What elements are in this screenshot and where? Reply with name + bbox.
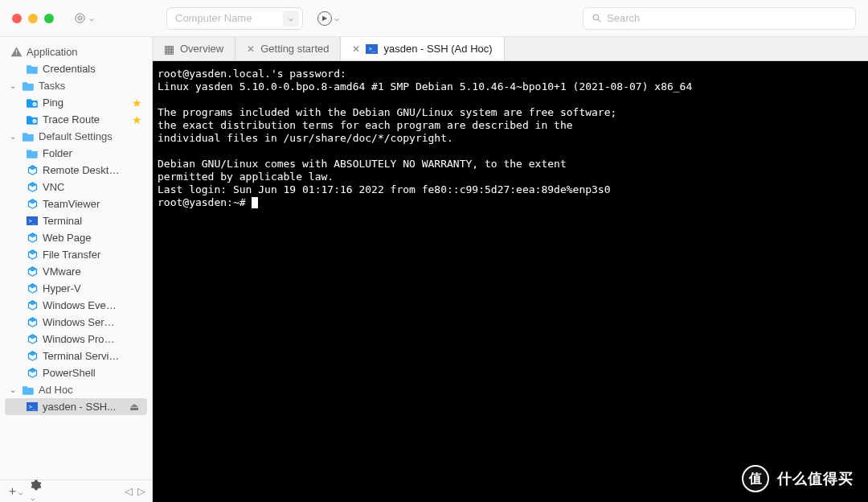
terminal-cursor xyxy=(252,197,258,208)
sidebar-tree: ApplicationCredentials⌄TasksPing★Trace R… xyxy=(0,37,152,479)
sidebar-item[interactable]: Windows Services xyxy=(0,314,152,331)
sidebar-item[interactable]: Web Page xyxy=(0,229,152,246)
sidebar-item-label: File Transfer xyxy=(43,249,100,261)
sidebar-item[interactable]: >_yasden - SSH...⏏ xyxy=(5,398,147,415)
chevron-down-icon: ⌵ xyxy=(89,14,94,23)
tab[interactable]: ▦Overview xyxy=(153,37,235,60)
add-button[interactable]: ＋⌵ xyxy=(6,483,23,499)
sidebar-item[interactable]: Ping★ xyxy=(0,94,152,111)
sidebar-item-label: Ping xyxy=(43,97,63,109)
content: ▦Overview✕Getting started✕>_yasden - SSH… xyxy=(153,37,868,502)
sidebar-group[interactable]: ⌄Default Settings xyxy=(0,128,152,145)
sidebar-group[interactable]: ⌄Tasks xyxy=(0,77,152,94)
computer-name-placeholder: Computer Name xyxy=(175,12,252,24)
sidebar-item-label: PowerShell xyxy=(43,367,96,379)
watermark-badge: 值 xyxy=(742,465,769,492)
close-tab-icon[interactable]: ✕ xyxy=(352,43,360,55)
minimize-window-button[interactable] xyxy=(28,14,38,23)
cube-icon xyxy=(26,265,39,278)
sidebar-item[interactable]: Credentials xyxy=(0,60,152,77)
tab[interactable]: ✕>_yasden - SSH (Ad Hoc) xyxy=(341,37,504,60)
cube-icon xyxy=(26,350,39,362)
tab-label: Overview xyxy=(180,43,223,55)
svg-point-2 xyxy=(80,18,81,19)
sidebar-item-label: TeamViewer xyxy=(43,198,100,210)
sidebar-item[interactable]: TeamViewer xyxy=(0,195,152,212)
term-icon: >_ xyxy=(26,402,39,411)
sidebar-item[interactable]: File Transfer xyxy=(0,246,152,263)
target-icon xyxy=(74,12,86,24)
tab-label: yasden - SSH (Ad Hoc) xyxy=(383,43,492,55)
folder-icon xyxy=(26,64,39,74)
sidebar-group[interactable]: Application xyxy=(0,43,152,60)
task-icon xyxy=(26,114,39,125)
sidebar-item-label: Trace Route xyxy=(43,113,100,126)
close-window-button[interactable] xyxy=(12,14,22,23)
sidebar-item[interactable]: PowerShell xyxy=(0,364,152,381)
grid-icon: ▦ xyxy=(164,43,174,56)
sidebar-item-label: Terminal xyxy=(43,215,82,227)
play-icon: ▶ xyxy=(317,11,332,26)
search-placeholder: Search xyxy=(607,12,640,24)
sidebar-item[interactable]: Windows Events... xyxy=(0,297,152,314)
cube-icon xyxy=(26,181,39,193)
cube-icon xyxy=(26,198,39,210)
tab[interactable]: ✕Getting started xyxy=(235,37,341,60)
star-icon: ★ xyxy=(132,113,142,126)
sidebar-item[interactable]: Hyper-V xyxy=(0,280,152,297)
sidebar: ApplicationCredentials⌄TasksPing★Trace R… xyxy=(0,37,153,502)
tab-bar: ▦Overview✕Getting started✕>_yasden - SSH… xyxy=(153,37,868,61)
main: ApplicationCredentials⌄TasksPing★Trace R… xyxy=(0,37,868,502)
cube-icon xyxy=(26,316,39,328)
computer-name-field[interactable]: Computer Name ⌵ xyxy=(166,7,303,30)
run-menu[interactable]: ▶ ⌵ xyxy=(317,11,339,26)
chevron-down-icon: ⌄ xyxy=(10,81,18,90)
sidebar-item[interactable]: Windows Proces... xyxy=(0,331,152,348)
sidebar-group[interactable]: ⌄Ad Hoc xyxy=(0,381,152,398)
watermark-text: 什么值得买 xyxy=(777,469,854,488)
sidebar-item-label: Windows Events... xyxy=(43,299,120,311)
settings-button[interactable]: ⌵ xyxy=(31,479,42,502)
search-input[interactable]: Search xyxy=(583,7,856,30)
sidebar-group-label: Default Settings xyxy=(39,130,113,142)
sidebar-footer: ＋⌵ ⌵ ◁ ▷ xyxy=(0,479,152,502)
eject-icon[interactable]: ⏏ xyxy=(129,401,139,413)
sidebar-group-label: Application xyxy=(27,46,78,58)
watermark: 值 什么值得买 xyxy=(742,465,854,492)
sidebar-item[interactable]: Trace Route★ xyxy=(0,111,152,128)
chevron-down-icon: ⌵ xyxy=(334,14,339,23)
sidebar-item[interactable]: >_Terminal xyxy=(0,212,152,229)
sidebar-item-label: Terminal Services xyxy=(43,350,120,362)
close-tab-icon[interactable]: ✕ xyxy=(247,43,255,55)
cube-icon xyxy=(26,249,39,261)
name-dropdown-button[interactable]: ⌵ xyxy=(283,10,299,27)
sidebar-group-label: Tasks xyxy=(39,80,65,92)
svg-line-4 xyxy=(598,19,600,22)
nav-back-button[interactable]: ◁ xyxy=(125,485,133,497)
sidebar-item[interactable]: Folder xyxy=(0,145,152,162)
cube-icon xyxy=(26,232,39,244)
sidebar-item[interactable]: VNC xyxy=(0,179,152,195)
svg-point-3 xyxy=(593,14,599,20)
sidebar-item-label: Hyper-V xyxy=(43,282,81,294)
sidebar-item[interactable]: Remote Desktop xyxy=(0,162,152,179)
target-menu[interactable]: ⌵ xyxy=(70,10,98,26)
sidebar-item-label: Credentials xyxy=(43,63,96,75)
sidebar-item-label: VMware xyxy=(43,265,81,278)
cube-icon xyxy=(26,164,39,176)
sidebar-item[interactable]: VMware xyxy=(0,263,152,280)
terminal-output[interactable]: root@yasden.local.'s password: Linux yas… xyxy=(153,61,868,502)
task-icon xyxy=(26,97,39,108)
star-icon: ★ xyxy=(132,97,142,109)
sidebar-item[interactable]: Terminal Services xyxy=(0,348,152,364)
titlebar: ⌵ Computer Name ⌵ ▶ ⌵ Search xyxy=(0,0,868,37)
sidebar-item-label: Windows Services xyxy=(43,316,120,328)
sidebar-item-label: yasden - SSH... xyxy=(43,401,116,413)
sidebar-item-label: Folder xyxy=(43,147,72,159)
folder-icon xyxy=(26,148,39,158)
sidebar-group-label: Ad Hoc xyxy=(39,384,73,396)
fullscreen-window-button[interactable] xyxy=(44,14,54,23)
nav-forward-button[interactable]: ▷ xyxy=(137,485,145,497)
tab-label: Getting started xyxy=(260,43,329,55)
cube-icon xyxy=(26,282,39,294)
